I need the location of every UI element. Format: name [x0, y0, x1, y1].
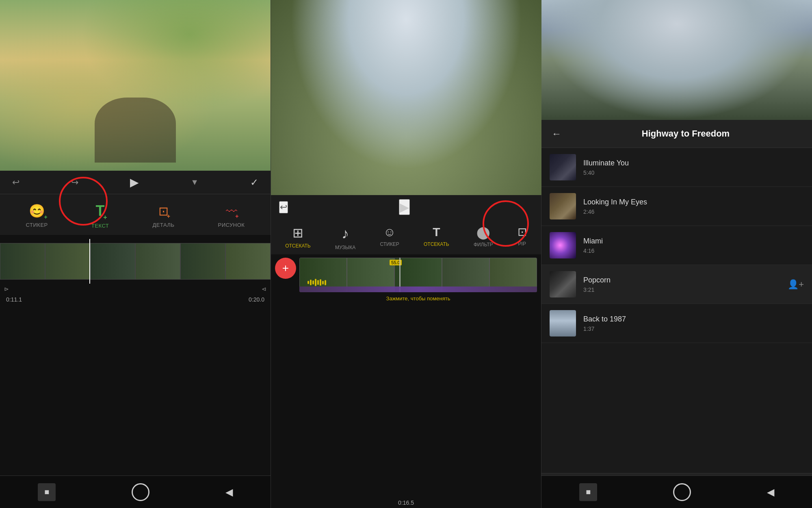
text-tool-2[interactable]: T Отсекать	[424, 225, 449, 250]
undo-button[interactable]: ↩	[12, 177, 19, 188]
song-info-looking: Looking In My Eyes 2:46	[583, 198, 804, 215]
song-list: Illuminate You 5:40 Looking In My Eyes 2…	[541, 148, 812, 473]
drawing-label: РИСУНОК	[218, 222, 245, 228]
tools-row-2: ⊞ Отсекать ♪ МУЗЫКА ☺ СТИКЕР T Отсекать …	[271, 219, 541, 254]
bottom-timeline-2: + 55.0	[271, 254, 541, 497]
sticker-icon-2: ☺	[383, 225, 396, 239]
clip-label: Отсекать	[285, 243, 311, 249]
stop-button-1[interactable]: ■	[38, 483, 56, 501]
text-icon: T+	[96, 202, 105, 219]
timeline-icon-right: ⊲	[262, 286, 266, 292]
text-icon-2: T	[433, 225, 440, 239]
music-track-bar	[299, 287, 537, 292]
music-list-header: ← Highway to Freedom	[541, 120, 812, 148]
pip-label: PIP	[518, 241, 526, 247]
song-item-back1987[interactable]: Back to 1987 1:37	[541, 304, 812, 343]
wf-bar	[317, 280, 319, 285]
back-to-list-button[interactable]: ←	[552, 128, 561, 139]
song-thumb-popcorn	[550, 271, 576, 297]
song-duration-back1987: 1:37	[583, 326, 804, 332]
playlist-title: Highway to Freedom	[569, 128, 802, 139]
music-label: МУЗЫКА	[335, 245, 355, 250]
confirm-button[interactable]: ✓	[250, 177, 258, 188]
timeline-icon-left: ⊳	[4, 286, 9, 292]
panel-music-list: ← Highway to Freedom Illuminate You 5:40…	[541, 0, 812, 508]
detail-label: ДЕТАЛЬ	[152, 222, 174, 228]
panel-video-editor: ↩ ▶ ⊞ Отсекать ♪ МУЗЫКА ☺ СТИКЕР T Отсек…	[271, 0, 541, 508]
sticker-tool-2[interactable]: ☺ СТИКЕР	[380, 225, 399, 250]
music-tool[interactable]: ♪ МУЗЫКА	[335, 225, 355, 250]
add-clip-button[interactable]: +	[275, 258, 296, 279]
back-button-2[interactable]: ◀	[767, 486, 774, 498]
song-thumb-looking	[550, 193, 576, 219]
wf-bar	[310, 280, 312, 285]
tools-row-1: 😊+ СТИКЕР T+ ТЕКСТ ⊡+ ДЕТАЛЬ 〰+ РИСУНОК	[0, 194, 271, 235]
redo-button[interactable]: ↪	[71, 177, 78, 188]
family-scene-3	[541, 0, 812, 120]
song-item-popcorn[interactable]: Popcorn 3:21 👤+	[541, 265, 812, 304]
back-button-1[interactable]: ◀	[225, 486, 233, 498]
detail-icon: ⊡+	[158, 204, 169, 219]
song-item-illuminate[interactable]: Illuminate You 5:40	[541, 148, 812, 187]
song-duration-looking: 2:46	[583, 208, 804, 215]
filter-tool[interactable]: ⬤ ФИЛЬТР	[474, 225, 493, 250]
timeline-frame	[90, 243, 135, 280]
text-tool[interactable]: T+ ТЕКСТ	[91, 202, 109, 229]
song-name-looking: Looking In My Eyes	[583, 198, 804, 206]
nav-bar-1: ■ ◀	[0, 475, 271, 508]
home-button-1[interactable]	[132, 483, 149, 501]
family-scene-1	[0, 0, 271, 171]
editor-controls-1: ↩ ↪ ▶ ▼ ✓	[0, 171, 271, 194]
text-label: ТЕКСТ	[91, 223, 109, 229]
drawing-icon: 〰+	[226, 204, 237, 219]
song-name-illuminate: Illuminate You	[583, 159, 804, 167]
timeline-times: 0:11.1 0:20.0	[0, 294, 271, 305]
timeline-strip-1[interactable]	[0, 243, 271, 280]
music-icon: ♪	[342, 225, 349, 242]
wf-bar	[315, 279, 316, 286]
pip-icon: ⊡	[518, 225, 527, 239]
pip-tool[interactable]: ⊡ PIP	[518, 225, 527, 250]
wf-bar	[325, 280, 326, 285]
filter-icon: ⬤	[476, 225, 490, 239]
play-button-1[interactable]: ▶	[130, 176, 139, 189]
timeline-frame	[135, 243, 180, 280]
song-duration-miami: 4:16	[583, 247, 804, 254]
wf-bar	[320, 279, 321, 286]
timeline-frame	[225, 243, 271, 280]
editor-controls-2: ↩ ▶	[271, 195, 541, 219]
sticker-icon: 😊+	[29, 203, 45, 219]
timeline-frame	[180, 243, 225, 280]
song-thumb-back1987	[550, 310, 576, 336]
song-info-illuminate: Illuminate You 5:40	[583, 159, 804, 176]
video-preview-3	[541, 0, 812, 120]
video-preview-1	[0, 0, 271, 171]
family-scene-2	[271, 0, 541, 195]
sticker-label-2: СТИКЕР	[380, 241, 399, 247]
drawing-tool[interactable]: 〰+ РИСУНОК	[218, 204, 245, 228]
home-button-2[interactable]	[673, 483, 691, 501]
nav-bar-2: ■ ◀	[541, 475, 812, 508]
waveform	[307, 278, 529, 287]
song-duration-illuminate: 5:40	[583, 169, 804, 176]
stop-button-2[interactable]: ■	[579, 483, 597, 501]
play-button-2[interactable]: ▶	[399, 199, 410, 215]
wf-bar	[322, 281, 324, 284]
time-start: 0:11.1	[6, 296, 22, 303]
wf-bar	[312, 280, 314, 284]
sticker-tool[interactable]: 😊+ СТИКЕР	[26, 203, 48, 228]
undo-button-2[interactable]: ↩	[279, 201, 288, 213]
timeline-icons: ⊳ ⊲	[0, 284, 271, 294]
filter-label: ФИЛЬТР	[474, 242, 493, 247]
down-arrow-button[interactable]: ▼	[191, 178, 199, 187]
timeline-strip-2[interactable]: 55.0	[299, 258, 537, 292]
song-duration-popcorn: 3:21	[583, 287, 788, 293]
song-info-back1987: Back to 1987 1:37	[583, 315, 804, 332]
song-info-miami: Miami 4:16	[583, 237, 804, 254]
time-end: 0:20.0	[249, 296, 264, 303]
clip-tool[interactable]: ⊞ Отсекать	[285, 225, 311, 250]
song-item-miami[interactable]: Miami 4:16	[541, 226, 812, 265]
song-item-looking[interactable]: Looking In My Eyes 2:46	[541, 187, 812, 226]
add-collaborator-icon[interactable]: 👤+	[788, 279, 804, 290]
detail-tool[interactable]: ⊡+ ДЕТАЛЬ	[152, 204, 174, 228]
